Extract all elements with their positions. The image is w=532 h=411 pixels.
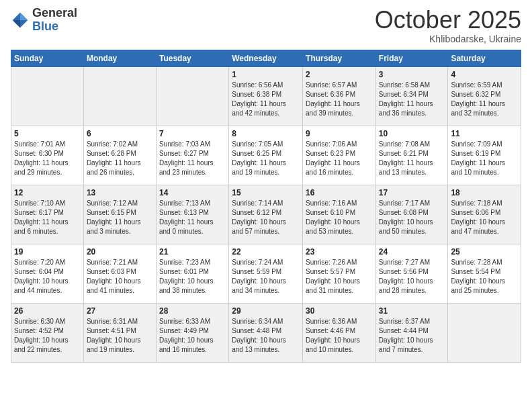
table-row: 27Sunrise: 6:31 AM Sunset: 4:51 PM Dayli… — [83, 303, 156, 362]
cell-info-text: Sunrise: 6:31 AM Sunset: 4:51 PM Dayligh… — [87, 317, 153, 355]
cell-date-number: 9 — [306, 129, 373, 138]
cell-info-text: Sunrise: 6:59 AM Sunset: 6:32 PM Dayligh… — [451, 81, 518, 118]
cell-date-number: 1 — [232, 70, 300, 79]
calendar-table: Sunday Monday Tuesday Wednesday Thursday… — [11, 50, 521, 363]
cell-date-number: 15 — [232, 188, 300, 197]
col-wednesday: Wednesday — [229, 50, 303, 66]
logo-blue-text: Blue — [32, 20, 77, 34]
col-saturday: Saturday — [448, 50, 521, 66]
cell-info-text: Sunrise: 6:30 AM Sunset: 4:52 PM Dayligh… — [14, 317, 81, 355]
table-row: 16Sunrise: 7:16 AM Sunset: 6:10 PM Dayli… — [303, 185, 376, 244]
logo: General Blue — [11, 7, 77, 34]
table-row: 3Sunrise: 6:58 AM Sunset: 6:34 PM Daylig… — [375, 66, 448, 126]
cell-date-number: 27 — [87, 306, 153, 316]
title-block: October 2025 Khlibodarske, Ukraine — [375, 7, 521, 44]
cell-info-text: Sunrise: 6:34 AM Sunset: 4:48 PM Dayligh… — [232, 317, 300, 355]
cell-date-number: 22 — [232, 247, 300, 257]
logo-general-text: General — [32, 7, 77, 20]
table-row: 22Sunrise: 7:24 AM Sunset: 5:59 PM Dayli… — [229, 244, 303, 303]
table-row — [156, 66, 228, 126]
col-thursday: Thursday — [303, 50, 376, 66]
table-row: 12Sunrise: 7:10 AM Sunset: 6:17 PM Dayli… — [11, 185, 84, 244]
svg-marker-2 — [13, 20, 20, 28]
logo-icon — [11, 11, 30, 30]
cell-date-number: 4 — [451, 70, 518, 79]
table-row: 8Sunrise: 7:05 AM Sunset: 6:25 PM Daylig… — [229, 126, 303, 185]
cell-info-text: Sunrise: 7:24 AM Sunset: 5:59 PM Dayligh… — [232, 258, 300, 295]
cell-info-text: Sunrise: 7:03 AM Sunset: 6:27 PM Dayligh… — [159, 140, 226, 177]
cell-info-text: Sunrise: 7:01 AM Sunset: 6:30 PM Dayligh… — [14, 140, 81, 177]
cell-info-text: Sunrise: 7:13 AM Sunset: 6:13 PM Dayligh… — [159, 199, 226, 236]
table-row: 5Sunrise: 7:01 AM Sunset: 6:30 PM Daylig… — [11, 126, 84, 185]
cell-date-number: 2 — [306, 70, 373, 79]
cell-date-number: 11 — [451, 129, 518, 138]
cell-info-text: Sunrise: 7:09 AM Sunset: 6:19 PM Dayligh… — [451, 140, 518, 177]
calendar-header-row: Sunday Monday Tuesday Wednesday Thursday… — [11, 50, 521, 66]
cell-info-text: Sunrise: 7:12 AM Sunset: 6:15 PM Dayligh… — [87, 199, 153, 236]
table-row: 21Sunrise: 7:23 AM Sunset: 6:01 PM Dayli… — [156, 244, 228, 303]
table-row — [448, 303, 521, 362]
table-row: 9Sunrise: 7:06 AM Sunset: 6:23 PM Daylig… — [303, 126, 376, 185]
table-row: 6Sunrise: 7:02 AM Sunset: 6:28 PM Daylig… — [83, 126, 156, 185]
cell-info-text: Sunrise: 6:57 AM Sunset: 6:36 PM Dayligh… — [306, 81, 373, 118]
table-row: 2Sunrise: 6:57 AM Sunset: 6:36 PM Daylig… — [303, 66, 376, 126]
cell-date-number: 8 — [232, 129, 300, 138]
cell-info-text: Sunrise: 6:37 AM Sunset: 4:44 PM Dayligh… — [379, 317, 445, 355]
table-row: 30Sunrise: 6:36 AM Sunset: 4:46 PM Dayli… — [303, 303, 376, 362]
cell-date-number: 24 — [379, 247, 445, 257]
table-row: 31Sunrise: 6:37 AM Sunset: 4:44 PM Dayli… — [375, 303, 448, 362]
table-row: 7Sunrise: 7:03 AM Sunset: 6:27 PM Daylig… — [156, 126, 228, 185]
cell-info-text: Sunrise: 6:33 AM Sunset: 4:49 PM Dayligh… — [159, 317, 226, 355]
table-row — [11, 66, 84, 126]
cell-info-text: Sunrise: 6:58 AM Sunset: 6:34 PM Dayligh… — [379, 81, 445, 118]
cell-info-text: Sunrise: 6:36 AM Sunset: 4:46 PM Dayligh… — [306, 317, 373, 355]
table-row: 1Sunrise: 6:56 AM Sunset: 6:38 PM Daylig… — [229, 66, 303, 126]
cell-date-number: 5 — [14, 129, 81, 138]
svg-marker-1 — [20, 13, 28, 20]
page: General Blue October 2025 Khlibodarske, … — [0, 0, 532, 411]
title-month: October 2025 — [375, 7, 521, 34]
table-row: 20Sunrise: 7:21 AM Sunset: 6:03 PM Dayli… — [83, 244, 156, 303]
cell-date-number: 31 — [379, 306, 445, 316]
cell-date-number: 20 — [87, 247, 153, 257]
cell-date-number: 6 — [87, 129, 153, 138]
cell-info-text: Sunrise: 7:27 AM Sunset: 5:56 PM Dayligh… — [379, 258, 445, 295]
calendar-week-row: 19Sunrise: 7:20 AM Sunset: 6:04 PM Dayli… — [11, 244, 521, 303]
cell-date-number: 29 — [232, 306, 300, 316]
table-row: 23Sunrise: 7:26 AM Sunset: 5:57 PM Dayli… — [303, 244, 376, 303]
table-row: 17Sunrise: 7:17 AM Sunset: 6:08 PM Dayli… — [375, 185, 448, 244]
cell-info-text: Sunrise: 7:26 AM Sunset: 5:57 PM Dayligh… — [306, 258, 373, 295]
col-friday: Friday — [375, 50, 448, 66]
cell-date-number: 10 — [379, 129, 445, 138]
cell-date-number: 16 — [306, 188, 373, 197]
calendar-week-row: 1Sunrise: 6:56 AM Sunset: 6:38 PM Daylig… — [11, 66, 521, 126]
cell-date-number: 25 — [451, 247, 518, 257]
cell-info-text: Sunrise: 7:05 AM Sunset: 6:25 PM Dayligh… — [232, 140, 300, 177]
cell-date-number: 21 — [159, 247, 226, 257]
cell-date-number: 12 — [14, 188, 81, 197]
table-row: 10Sunrise: 7:08 AM Sunset: 6:21 PM Dayli… — [375, 126, 448, 185]
cell-info-text: Sunrise: 7:14 AM Sunset: 6:12 PM Dayligh… — [232, 199, 300, 236]
cell-info-text: Sunrise: 7:28 AM Sunset: 5:54 PM Dayligh… — [451, 258, 518, 295]
cell-date-number: 13 — [87, 188, 153, 197]
col-tuesday: Tuesday — [156, 50, 228, 66]
cell-info-text: Sunrise: 7:02 AM Sunset: 6:28 PM Dayligh… — [87, 140, 153, 177]
logo-text: General Blue — [32, 7, 77, 34]
calendar-week-row: 26Sunrise: 6:30 AM Sunset: 4:52 PM Dayli… — [11, 303, 521, 362]
cell-info-text: Sunrise: 7:17 AM Sunset: 6:08 PM Dayligh… — [379, 199, 445, 236]
cell-date-number: 23 — [306, 247, 373, 257]
cell-info-text: Sunrise: 7:16 AM Sunset: 6:10 PM Dayligh… — [306, 199, 373, 236]
cell-info-text: Sunrise: 7:18 AM Sunset: 6:06 PM Dayligh… — [451, 199, 518, 236]
table-row: 29Sunrise: 6:34 AM Sunset: 4:48 PM Dayli… — [229, 303, 303, 362]
cell-info-text: Sunrise: 7:10 AM Sunset: 6:17 PM Dayligh… — [14, 199, 81, 236]
cell-date-number: 14 — [159, 188, 226, 197]
col-sunday: Sunday — [11, 50, 84, 66]
cell-date-number: 28 — [159, 306, 226, 316]
table-row: 15Sunrise: 7:14 AM Sunset: 6:12 PM Dayli… — [229, 185, 303, 244]
cell-date-number: 7 — [159, 129, 226, 138]
cell-date-number: 30 — [306, 306, 373, 316]
calendar-week-row: 5Sunrise: 7:01 AM Sunset: 6:30 PM Daylig… — [11, 126, 521, 185]
table-row: 25Sunrise: 7:28 AM Sunset: 5:54 PM Dayli… — [448, 244, 521, 303]
cell-info-text: Sunrise: 7:21 AM Sunset: 6:03 PM Dayligh… — [87, 258, 153, 295]
cell-date-number: 17 — [379, 188, 445, 197]
